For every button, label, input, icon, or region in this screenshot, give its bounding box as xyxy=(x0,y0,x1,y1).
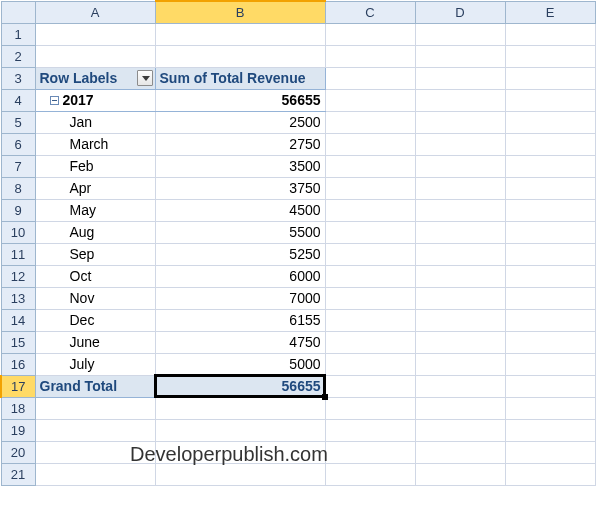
cell-E16[interactable] xyxy=(505,353,595,375)
row-header-18[interactable]: 18 xyxy=(1,397,35,419)
cell-D17[interactable] xyxy=(415,375,505,397)
cell-E7[interactable] xyxy=(505,155,595,177)
pivot-item-label[interactable]: Dec xyxy=(35,309,155,331)
col-header-E[interactable]: E xyxy=(505,1,595,23)
cell-C5[interactable] xyxy=(325,111,415,133)
row-header-12[interactable]: 12 xyxy=(1,265,35,287)
cell-C4[interactable] xyxy=(325,89,415,111)
cell-A20[interactable] xyxy=(35,441,155,463)
cell-E12[interactable] xyxy=(505,265,595,287)
row-header-9[interactable]: 9 xyxy=(1,199,35,221)
row-header-6[interactable]: 6 xyxy=(1,133,35,155)
pivot-item-label[interactable]: Oct xyxy=(35,265,155,287)
cell-D6[interactable] xyxy=(415,133,505,155)
cell-A2[interactable] xyxy=(35,45,155,67)
cell-D16[interactable] xyxy=(415,353,505,375)
pivot-item-label[interactable]: Sep xyxy=(35,243,155,265)
cell-B1[interactable] xyxy=(155,23,325,45)
select-all-corner[interactable] xyxy=(1,1,35,23)
row-header-16[interactable]: 16 xyxy=(1,353,35,375)
cell-E19[interactable] xyxy=(505,419,595,441)
pivot-item-label[interactable]: Jan xyxy=(35,111,155,133)
row-header-13[interactable]: 13 xyxy=(1,287,35,309)
cell-D21[interactable] xyxy=(415,463,505,485)
pivot-item-value[interactable]: 7000 xyxy=(155,287,325,309)
row-header-15[interactable]: 15 xyxy=(1,331,35,353)
pivot-item-value[interactable]: 6000 xyxy=(155,265,325,287)
pivot-item-label[interactable]: Apr xyxy=(35,177,155,199)
cell-C3[interactable] xyxy=(325,67,415,89)
cell-C14[interactable] xyxy=(325,309,415,331)
pivot-grand-total-value[interactable]: 56655 xyxy=(155,375,325,397)
cell-E14[interactable] xyxy=(505,309,595,331)
cell-A1[interactable] xyxy=(35,23,155,45)
cell-E6[interactable] xyxy=(505,133,595,155)
cell-C18[interactable] xyxy=(325,397,415,419)
col-header-C[interactable]: C xyxy=(325,1,415,23)
cell-E3[interactable] xyxy=(505,67,595,89)
cell-E13[interactable] xyxy=(505,287,595,309)
cell-C1[interactable] xyxy=(325,23,415,45)
cell-B19[interactable] xyxy=(155,419,325,441)
col-header-A[interactable]: A xyxy=(35,1,155,23)
cell-E1[interactable] xyxy=(505,23,595,45)
row-header-8[interactable]: 8 xyxy=(1,177,35,199)
cell-C2[interactable] xyxy=(325,45,415,67)
cell-E20[interactable] xyxy=(505,441,595,463)
cell-E11[interactable] xyxy=(505,243,595,265)
cell-E4[interactable] xyxy=(505,89,595,111)
pivot-item-label[interactable]: Nov xyxy=(35,287,155,309)
filter-dropdown-icon[interactable] xyxy=(137,70,153,86)
cell-C9[interactable] xyxy=(325,199,415,221)
pivot-group-subtotal[interactable]: 56655 xyxy=(155,89,325,111)
cell-D2[interactable] xyxy=(415,45,505,67)
cell-C11[interactable] xyxy=(325,243,415,265)
cell-B18[interactable] xyxy=(155,397,325,419)
cell-C19[interactable] xyxy=(325,419,415,441)
pivot-item-value[interactable]: 5250 xyxy=(155,243,325,265)
cell-C10[interactable] xyxy=(325,221,415,243)
cell-D3[interactable] xyxy=(415,67,505,89)
pivot-item-value[interactable]: 3750 xyxy=(155,177,325,199)
cell-D19[interactable] xyxy=(415,419,505,441)
cell-B21[interactable] xyxy=(155,463,325,485)
cell-C8[interactable] xyxy=(325,177,415,199)
row-header-19[interactable]: 19 xyxy=(1,419,35,441)
cell-C16[interactable] xyxy=(325,353,415,375)
cell-C12[interactable] xyxy=(325,265,415,287)
cell-E15[interactable] xyxy=(505,331,595,353)
row-header-11[interactable]: 11 xyxy=(1,243,35,265)
pivot-item-label[interactable]: Aug xyxy=(35,221,155,243)
cell-B20[interactable] xyxy=(155,441,325,463)
row-header-7[interactable]: 7 xyxy=(1,155,35,177)
row-header-1[interactable]: 1 xyxy=(1,23,35,45)
cell-E2[interactable] xyxy=(505,45,595,67)
row-header-4[interactable]: 4 xyxy=(1,89,35,111)
pivot-item-label[interactable]: July xyxy=(35,353,155,375)
pivot-item-value[interactable]: 4750 xyxy=(155,331,325,353)
cell-E18[interactable] xyxy=(505,397,595,419)
cell-D10[interactable] xyxy=(415,221,505,243)
cell-A18[interactable] xyxy=(35,397,155,419)
cell-C13[interactable] xyxy=(325,287,415,309)
cell-D11[interactable] xyxy=(415,243,505,265)
row-header-10[interactable]: 10 xyxy=(1,221,35,243)
cell-D7[interactable] xyxy=(415,155,505,177)
cell-D13[interactable] xyxy=(415,287,505,309)
cell-D5[interactable] xyxy=(415,111,505,133)
pivot-row-labels-header[interactable]: Row Labels xyxy=(35,67,155,89)
cell-E9[interactable] xyxy=(505,199,595,221)
cell-C7[interactable] xyxy=(325,155,415,177)
pivot-item-label[interactable]: May xyxy=(35,199,155,221)
cell-D20[interactable] xyxy=(415,441,505,463)
cell-D14[interactable] xyxy=(415,309,505,331)
row-header-14[interactable]: 14 xyxy=(1,309,35,331)
cell-A19[interactable] xyxy=(35,419,155,441)
cell-A21[interactable] xyxy=(35,463,155,485)
cell-B2[interactable] xyxy=(155,45,325,67)
pivot-group-2017[interactable]: 2017 xyxy=(35,89,155,111)
pivot-value-header[interactable]: Sum of Total Revenue xyxy=(155,67,325,89)
cell-D1[interactable] xyxy=(415,23,505,45)
row-header-21[interactable]: 21 xyxy=(1,463,35,485)
pivot-item-label[interactable]: March xyxy=(35,133,155,155)
